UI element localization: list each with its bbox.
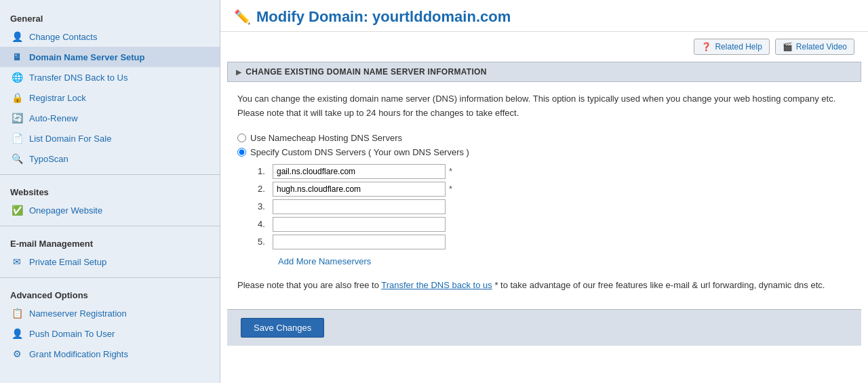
- sidebar-item-nameserver-reg[interactable]: 📋 Nameserver Registration: [0, 303, 220, 323]
- radio-namecheap-label: Use Namecheap Hosting DNS Servers: [250, 133, 402, 143]
- radio-custom-option[interactable]: Specify Custom DNS Servers ( Your own DN…: [237, 147, 851, 157]
- related-video-button[interactable]: 🎬 Related Video: [775, 39, 854, 55]
- grant-icon: ⚙: [10, 347, 24, 361]
- sidebar-item-registrar-lock[interactable]: 🔒 Registrar Lock: [0, 87, 220, 108]
- typoscan-icon: 🔍: [10, 152, 24, 165]
- renew-icon: 🔄: [10, 111, 24, 125]
- dns-num-1: 1.: [258, 166, 273, 176]
- page-icon: ✏️: [234, 9, 251, 25]
- page-header: ✏️ Modify Domain: yourtlddomain.com: [220, 0, 868, 32]
- dns-icon: 🖥: [10, 50, 24, 64]
- sidebar-item-typoscan[interactable]: 🔍 TypoScan: [0, 148, 220, 169]
- dns-input-5[interactable]: [273, 235, 446, 249]
- lock-icon: 🔒: [10, 91, 24, 104]
- dns-num-3: 3.: [258, 201, 273, 211]
- dns-input-2[interactable]: [273, 182, 446, 197]
- video-icon: 🎬: [783, 42, 793, 52]
- dns-num-5: 5.: [258, 237, 273, 247]
- dns-num-4: 4.: [258, 219, 273, 229]
- dns-input-1[interactable]: [273, 164, 446, 179]
- divider-email: [0, 226, 220, 226]
- dns-asterisk-1: *: [449, 166, 452, 176]
- save-area: Save Changes: [227, 309, 861, 346]
- related-buttons-row: ❓ Related Help 🎬 Related Video: [220, 32, 868, 62]
- divider-advanced: [0, 277, 220, 278]
- dns-row-3: 3.: [258, 199, 851, 214]
- sidebar-item-auto-renew[interactable]: 🔄 Auto-Renew: [0, 108, 220, 128]
- onepager-icon: ✅: [10, 203, 24, 217]
- dns-row-4: 4.: [258, 217, 851, 232]
- related-help-button[interactable]: ❓ Related Help: [694, 39, 769, 55]
- section-header: ▶ CHANGE EXISTING DOMAIN NAME SERVER INF…: [227, 62, 861, 82]
- sidebar-item-push-domain[interactable]: 👤 Push Domain To User: [0, 323, 220, 344]
- help-icon: ❓: [701, 42, 711, 52]
- dns-asterisk-2: *: [449, 184, 452, 194]
- sidebar-item-grant-mod[interactable]: ⚙ Grant Modification Rights: [0, 344, 220, 364]
- nameserver-icon: 📋: [10, 306, 24, 320]
- radio-custom-label: Specify Custom DNS Servers ( Your own DN…: [250, 147, 469, 157]
- add-more-nameservers-link[interactable]: Add More Nameservers: [278, 256, 371, 266]
- sidebar-item-change-contacts[interactable]: 👤 Change Contacts: [0, 26, 220, 47]
- dns-num-2: 2.: [258, 184, 273, 194]
- radio-namecheap[interactable]: [237, 134, 246, 142]
- dns-input-3[interactable]: [273, 199, 446, 214]
- email-icon: ✉: [10, 255, 24, 268]
- dns-table: 1. * 2. * 3. 4. 5.: [258, 164, 851, 249]
- sidebar-section-websites: Websites: [0, 180, 220, 200]
- contacts-icon: 👤: [10, 30, 24, 43]
- main-content: ✏️ Modify Domain: yourtlddomain.com ❓ Re…: [220, 0, 868, 383]
- sidebar-item-onepager[interactable]: ✅ Onepager Website: [0, 200, 220, 220]
- sidebar: General 👤 Change Contacts 🖥 Domain Name …: [0, 0, 220, 383]
- sidebar-item-domain-name-server[interactable]: 🖥 Domain Name Server Setup: [0, 47, 220, 67]
- sidebar-item-list-domain[interactable]: 📄 List Domain For Sale: [0, 128, 220, 148]
- content-body: You can change the existing domain name …: [220, 92, 868, 302]
- dns-input-4[interactable]: [273, 217, 446, 232]
- dns-row-2: 2. *: [258, 182, 851, 197]
- divider-websites: [0, 174, 220, 175]
- transfer-icon: 🌐: [10, 70, 24, 84]
- description-text: You can change the existing domain name …: [237, 92, 851, 121]
- save-changes-button[interactable]: Save Changes: [241, 318, 324, 338]
- dns-row-1: 1. *: [258, 164, 851, 179]
- page-title: Modify Domain: yourtlddomain.com: [256, 8, 854, 26]
- dns-row-5: 5.: [258, 235, 851, 249]
- push-icon: 👤: [10, 327, 24, 340]
- list-icon: 📄: [10, 132, 24, 145]
- sidebar-section-general: General: [0, 7, 220, 26]
- radio-custom[interactable]: [237, 148, 246, 157]
- radio-namecheap-option[interactable]: Use Namecheap Hosting DNS Servers: [237, 133, 851, 143]
- sidebar-section-email: E-mail Management: [0, 232, 220, 251]
- sidebar-item-transfer-dns[interactable]: 🌐 Transfer DNS Back to Us: [0, 67, 220, 87]
- transfer-note: Please note that you are also free to Tr…: [237, 279, 851, 293]
- triangle-icon: ▶: [236, 68, 241, 76]
- sidebar-item-private-email[interactable]: ✉ Private Email Setup: [0, 251, 220, 272]
- transfer-dns-link[interactable]: Transfer the DNS back to us: [381, 280, 492, 290]
- sidebar-section-advanced: Advanced Options: [0, 283, 220, 303]
